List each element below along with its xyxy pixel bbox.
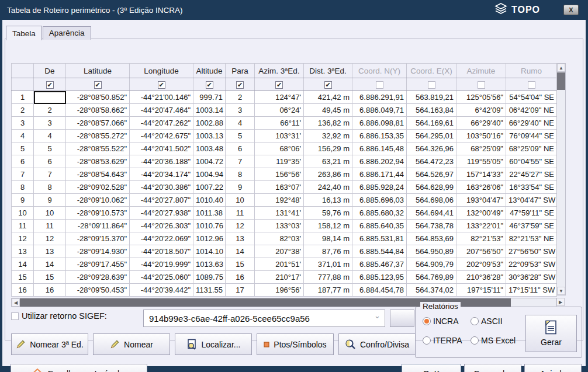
scroll-up-icon[interactable]: ▲ — [557, 64, 565, 72]
column-header[interactable]: Dist. 3ªEd. — [304, 64, 352, 78]
cell[interactable]: 1131.55 — [193, 284, 226, 297]
nomear-3ed-button[interactable]: Nomear 3ª Ed. — [11, 333, 88, 355]
radio-icon[interactable] — [423, 336, 431, 345]
scroll-right-icon[interactable]: ▶ — [556, 298, 565, 306]
cell[interactable]: 76°09'44" SE — [506, 130, 557, 142]
row-header[interactable]: 3 — [12, 117, 34, 130]
cell[interactable]: 17 — [226, 284, 255, 297]
cell[interactable]: 124°47' — [255, 91, 304, 104]
cell[interactable]: 1003.48 — [193, 142, 226, 155]
cell[interactable]: 119°55'05" — [456, 155, 506, 168]
cell[interactable]: -44°20'27.938" — [130, 207, 193, 220]
cell[interactable]: 82°21'53" — [456, 232, 506, 245]
cell[interactable]: 1004.94 — [193, 168, 226, 181]
sigef-extra-button[interactable] — [390, 310, 414, 327]
cell[interactable]: 82°21'53" NE — [506, 232, 557, 245]
scroll-left-icon[interactable]: ◀ — [12, 298, 20, 307]
cell[interactable]: 98,14 m — [304, 232, 352, 245]
column-header[interactable]: Longitude — [130, 64, 193, 78]
cell[interactable]: 263,86 m — [304, 168, 352, 181]
cell[interactable]: 131°41' — [255, 207, 304, 220]
row-header[interactable]: 7 — [12, 168, 34, 181]
vertical-scrollbar[interactable]: ▲ ▼ — [556, 63, 566, 295]
cell[interactable]: -28°08'55.522" — [66, 142, 130, 155]
cell[interactable]: 11 — [34, 220, 66, 232]
cell[interactable]: 1010.40 — [193, 194, 226, 207]
cell[interactable]: 103°50'16" — [456, 130, 506, 142]
cell[interactable]: -28°09'17.455" — [66, 258, 130, 271]
cancel-button[interactable]: Cancelar — [464, 364, 521, 372]
column-header[interactable]: Latitude — [66, 64, 130, 78]
cell[interactable]: 30°36'28" SW — [506, 271, 557, 284]
cell[interactable]: 9 — [34, 194, 66, 207]
cell[interactable]: 210°36'28" — [456, 271, 506, 284]
cell[interactable]: 201°51' — [255, 258, 304, 271]
cell[interactable]: 119°35' — [255, 155, 304, 168]
cell[interactable]: 163°26'06" — [456, 181, 506, 194]
confro-divisa-button[interactable]: Confro/Divisa — [338, 333, 416, 355]
cell[interactable]: 22°09'53" SW — [506, 258, 557, 271]
cell[interactable]: 27°56'50" SW — [506, 245, 557, 258]
cell[interactable]: 242,40 m — [304, 181, 352, 194]
cell[interactable]: 2 — [34, 104, 66, 117]
cell[interactable]: 6°42'09" — [456, 104, 506, 117]
cell[interactable]: -28°09'28.639" — [66, 271, 130, 284]
cell[interactable]: -28°08'57.066" — [66, 117, 130, 130]
cell[interactable]: 16 — [226, 271, 255, 284]
cell[interactable]: -44°20'18.507" — [130, 245, 193, 258]
cell[interactable]: 6.884.454,78 — [352, 284, 407, 297]
column-checkbox[interactable]: ✔ — [158, 81, 165, 89]
cell[interactable]: 564.163,84 — [407, 104, 456, 117]
cell[interactable]: -44°20'36.188" — [130, 155, 193, 168]
cell[interactable]: 202°09'53" — [456, 258, 506, 271]
cell[interactable]: 163°07' — [255, 181, 304, 194]
tab-tabela[interactable]: Tabela — [6, 26, 42, 40]
cell[interactable]: 1012.96 — [193, 232, 226, 245]
cell[interactable]: -44°20'25.060" — [130, 271, 193, 284]
row-header[interactable]: 9 — [12, 194, 34, 207]
cell[interactable]: 82°03' — [255, 232, 304, 245]
cell[interactable]: 564.526,97 — [407, 168, 456, 181]
column-header[interactable]: Azimute — [456, 64, 506, 78]
cell[interactable]: 87,76 m — [304, 245, 352, 258]
row-header[interactable]: 13 — [12, 245, 34, 258]
cell[interactable]: 1013.63 — [193, 258, 226, 271]
column-checkbox[interactable] — [376, 81, 383, 89]
cell[interactable]: 16 — [34, 284, 66, 297]
cell[interactable]: 11 — [226, 207, 255, 220]
cell[interactable]: 1010.76 — [193, 220, 226, 232]
cell[interactable]: 157°14'33" — [456, 168, 506, 181]
cell[interactable]: 3 — [34, 117, 66, 130]
cell[interactable]: -28°08'54.643" — [66, 168, 130, 181]
cell[interactable]: 156,29 m — [304, 142, 352, 155]
radio-icon[interactable] — [471, 336, 479, 345]
cell[interactable]: -44°20'34.174" — [130, 168, 193, 181]
column-checkbox[interactable]: ✔ — [206, 81, 213, 89]
cell[interactable]: 59,76 m — [304, 207, 352, 220]
cell[interactable]: -28°09'10.062" — [66, 194, 130, 207]
cell[interactable]: 49,45 m — [304, 104, 352, 117]
cell[interactable]: 5 — [226, 130, 255, 142]
radio-ascii[interactable]: ASCII — [471, 317, 529, 326]
cell[interactable]: -28°08'50.852" — [66, 91, 130, 104]
cell[interactable]: 564.628,99 — [407, 181, 456, 194]
cell[interactable]: 156°56' — [255, 168, 304, 181]
cell[interactable]: -28°09'11.864" — [66, 220, 130, 232]
cell[interactable]: 13°04'47" SW — [506, 194, 557, 207]
cell[interactable]: -44°20'22.069" — [130, 232, 193, 245]
cell[interactable]: 12 — [226, 220, 255, 232]
ptos-simbolos-button[interactable]: Ptos/Símbolos — [257, 333, 334, 355]
cell[interactable]: 1004.72 — [193, 155, 226, 168]
cell[interactable]: 158,12 m — [304, 220, 352, 232]
cell[interactable]: 564.374,02 — [407, 284, 456, 297]
cell[interactable]: 6.886.153,35 — [352, 130, 407, 142]
cell[interactable]: 6.886.202,94 — [352, 155, 407, 168]
cell[interactable]: 1014.10 — [193, 245, 226, 258]
cell[interactable]: 17°15'11" SW — [506, 284, 557, 297]
column-checkbox[interactable]: ✔ — [46, 81, 54, 89]
cell[interactable]: 16,13 m — [304, 194, 352, 207]
row-header[interactable]: 1 — [12, 91, 34, 104]
cell[interactable]: 66°29'40" — [456, 117, 506, 130]
cell[interactable]: 563.819,21 — [407, 91, 456, 104]
cell[interactable]: 103°31' — [255, 130, 304, 142]
